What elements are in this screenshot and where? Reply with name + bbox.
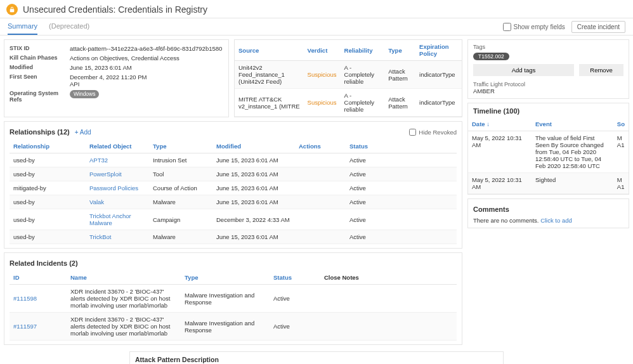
- related-object-link[interactable]: Password Policies: [89, 185, 138, 192]
- col-reliability[interactable]: Reliability: [341, 40, 385, 61]
- add-comment-link[interactable]: Click to add: [540, 217, 572, 224]
- remove-tags-button[interactable]: Remove: [579, 64, 623, 76]
- hide-revoked-toggle[interactable]: Hide Revoked: [409, 129, 457, 136]
- timeline-panel: Timeline (100) Date ↓ Event So May 5, 20…: [467, 103, 629, 195]
- timeline-row[interactable]: May 5, 2022 10:31 AMThe value of field F…: [468, 131, 629, 173]
- source-row[interactable]: MITRE ATT&CK v2_instance_1 (MITRESuspici…: [235, 89, 462, 117]
- incident-id-link[interactable]: #111598: [13, 295, 37, 302]
- related-incidents-panel: Related Incidents (2) ID Name Type Statu…: [4, 252, 462, 345]
- col-source[interactable]: Source: [235, 40, 304, 61]
- relationship-row[interactable]: used-byTrickbot Anchor MalwareCampaignDe…: [10, 209, 457, 230]
- tab-deprecated[interactable]: (Deprecated): [49, 18, 89, 35]
- description-panel: Attack Pattern Description Adversaries m…: [129, 351, 504, 364]
- incident-row[interactable]: #111598XDR Incident 33670 - 2 'BIOC-437'…: [10, 285, 457, 313]
- source-table-panel: Source Verdict Reliability Type Expirati…: [234, 39, 462, 117]
- tag-pill[interactable]: T1552.002: [473, 53, 509, 60]
- add-relationship-link[interactable]: + Add: [75, 129, 91, 136]
- timeline-row[interactable]: May 5, 2022 10:31 AMSightedM A1: [468, 173, 629, 194]
- incident-id-link[interactable]: #111597: [13, 323, 37, 330]
- show-empty-fields-toggle[interactable]: Show empty fields: [503, 23, 565, 31]
- details-panel: STIX IDattack-pattern--341e222a-a6e3-4f6…: [4, 39, 229, 117]
- col-expiration[interactable]: Expiration Policy: [415, 40, 462, 61]
- relationship-row[interactable]: mitigated-byPassword PoliciesCourse of A…: [10, 181, 457, 195]
- source-row[interactable]: Unit42v2 Feed_instance_1 (Unit42v2 Feed)…: [235, 61, 462, 89]
- relationship-row[interactable]: used-byValakMalwareJune 15, 2023 6:01 AM…: [10, 195, 457, 209]
- relationships-panel: Relationships (12) + Add Hide Revoked Re…: [4, 121, 462, 249]
- tab-summary[interactable]: Summary: [8, 18, 37, 35]
- col-verdict[interactable]: Verdict: [304, 40, 341, 61]
- os-badge: Windows: [70, 90, 99, 98]
- tags-panel: Tags T1552.002 Add tags Remove Traffic L…: [467, 39, 629, 99]
- related-object-link[interactable]: Trickbot Anchor Malware: [89, 212, 131, 226]
- related-object-link[interactable]: Valak: [89, 198, 104, 205]
- create-incident-button[interactable]: Create incident: [571, 21, 625, 33]
- related-object-link[interactable]: TrickBot: [89, 233, 111, 240]
- relationship-row[interactable]: used-byTrickBotMalwareJune 15, 2023 6:01…: [10, 230, 457, 244]
- lock-icon: [6, 4, 18, 15]
- relationship-row[interactable]: used-byAPT32Intrusion SetJune 15, 2023 6…: [10, 153, 457, 167]
- incident-row[interactable]: #111597XDR Incident 33670 - 2 'BIOC-437'…: [10, 313, 457, 341]
- related-object-link[interactable]: PowerSploit: [89, 171, 122, 178]
- page-title: Unsecured Credentials: Credentials in Re…: [23, 4, 207, 15]
- add-tags-button[interactable]: Add tags: [473, 64, 574, 76]
- relationship-row[interactable]: used-byPowerSploitToolJune 15, 2023 6:01…: [10, 167, 457, 181]
- comments-panel: Comments There are no comments. Click to…: [467, 198, 629, 228]
- col-type[interactable]: Type: [384, 40, 415, 61]
- related-object-link[interactable]: APT32: [89, 157, 108, 164]
